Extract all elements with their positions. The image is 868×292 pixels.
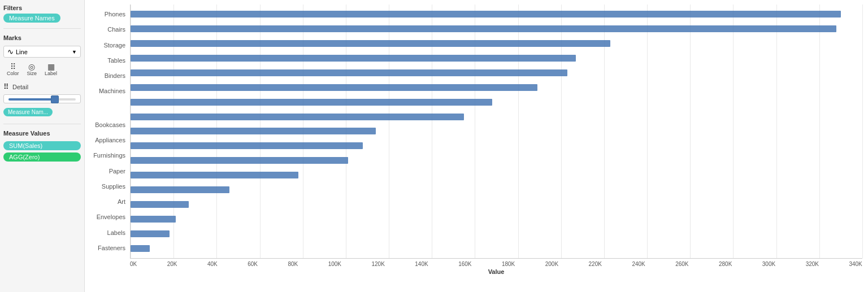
detail-icon: ⠿ — [3, 82, 9, 91]
y-label: Machines — [99, 88, 125, 94]
x-axis-label: 220K — [589, 261, 602, 267]
bar-row — [131, 97, 862, 107]
x-axis-label: 140K — [415, 261, 428, 267]
bar-row — [131, 155, 862, 165]
filters-section: Filters Measure Names — [3, 5, 81, 23]
size-icon: ◎ — [28, 63, 35, 71]
color-button[interactable]: ⠿ Color — [3, 61, 23, 78]
bar-row — [131, 229, 862, 239]
y-label: Furnishings — [93, 152, 125, 159]
marks-type-label: Line — [16, 49, 28, 55]
bar-row — [131, 170, 862, 180]
label-button[interactable]: ▦ Label — [41, 61, 60, 78]
measure-name-pill[interactable]: Measure Nam... — [3, 108, 53, 116]
chart-area: PhonesChairsStorageTablesBindersMachines… — [85, 0, 868, 292]
x-axis-label: 0K — [130, 261, 137, 267]
color-icon: ⠿ — [10, 63, 16, 71]
slider-container — [3, 94, 81, 103]
label-label: Label — [45, 71, 57, 76]
bar — [131, 245, 150, 252]
y-label: Envelopes — [97, 214, 125, 220]
color-label: Color — [7, 71, 19, 76]
bar — [131, 25, 836, 32]
dropdown-arrow-icon: ▼ — [72, 49, 77, 55]
x-axis-label: 260K — [675, 261, 688, 267]
x-axis-label: 280K — [719, 261, 732, 267]
bar-row — [131, 9, 862, 19]
bar-row — [131, 126, 862, 136]
chart-inner: PhonesChairsStorageTablesBindersMachines… — [85, 5, 862, 258]
agg-zero-pill[interactable]: AGG(Zero) — [3, 152, 81, 162]
bar — [131, 157, 348, 164]
y-label: Labels — [107, 230, 125, 236]
y-label: Phones — [105, 11, 125, 18]
bar — [131, 186, 229, 193]
grid-line — [862, 5, 863, 258]
bar-row — [131, 214, 862, 224]
x-axis-title: Value — [130, 268, 862, 275]
bar-row — [131, 53, 862, 63]
x-axis-label: 200K — [545, 261, 558, 267]
measure-names-filter-pill[interactable]: Measure Names — [3, 14, 60, 23]
x-axis-label: 320K — [806, 261, 819, 267]
bar — [131, 69, 567, 76]
marks-title: Marks — [3, 34, 81, 41]
filters-title: Filters — [3, 5, 81, 11]
bar — [131, 40, 610, 47]
x-axis-area: 0K20K40K60K80K100K120K140K160K180K200K22… — [130, 258, 862, 267]
x-axis-label: 60K — [248, 261, 258, 267]
measure-values-section: Measure Values SUM(Sales) AGG(Zero) — [3, 130, 81, 162]
detail-label: Detail — [12, 84, 28, 90]
bar-row — [131, 185, 862, 195]
bar-row — [131, 68, 862, 78]
bar — [131, 128, 376, 134]
measure-name-pill-container: Measure Nam... — [3, 108, 81, 118]
sum-sales-pill[interactable]: SUM(Sales) — [3, 141, 81, 150]
bar-row — [131, 112, 862, 122]
line-icon: ∿ — [7, 47, 14, 56]
size-button[interactable]: ◎ Size — [24, 61, 41, 78]
x-axis-label: 100K — [328, 261, 341, 267]
x-axis-label: 300K — [762, 261, 775, 267]
slider-track — [8, 98, 76, 101]
divider-1 — [3, 28, 81, 29]
bar-row — [131, 24, 862, 34]
y-label: Chairs — [107, 27, 125, 33]
bar — [131, 114, 464, 120]
bar — [131, 84, 537, 91]
x-axis-label: 40K — [207, 261, 218, 267]
bar — [131, 99, 492, 106]
bar — [131, 230, 170, 237]
y-label: Fasteners — [98, 245, 125, 251]
bar — [131, 216, 176, 223]
bar-row — [131, 141, 862, 151]
x-axis-label: 160K — [458, 261, 471, 267]
marks-icons-row: ⠿ Color ◎ Size ▦ Label — [3, 61, 81, 78]
y-label: Tables — [107, 58, 125, 64]
bar-row — [131, 243, 862, 254]
y-labels: PhonesChairsStorageTablesBindersMachines… — [85, 5, 130, 258]
left-panel: Filters Measure Names Marks ∿ Line ▼ ⠿ C… — [0, 0, 85, 292]
y-label: Appliances — [95, 137, 125, 143]
slider-thumb[interactable] — [51, 95, 59, 103]
bars-area — [130, 5, 862, 258]
bar — [131, 11, 841, 18]
y-label: Binders — [105, 73, 125, 79]
label-icon: ▦ — [47, 63, 55, 71]
y-label: Supplies — [102, 184, 125, 190]
y-label: Art — [118, 199, 125, 205]
measure-values-title: Measure Values — [3, 130, 81, 137]
bar — [131, 55, 576, 62]
divider-2 — [3, 124, 81, 124]
bar — [131, 142, 363, 149]
x-axis-label: 20K — [167, 261, 177, 267]
marks-section: Marks ∿ Line ▼ ⠿ Color ◎ Size ▦ Label ⠿ … — [3, 34, 81, 118]
y-label: Bookcases — [95, 122, 125, 128]
y-label: Paper — [109, 168, 125, 175]
bar-row — [131, 199, 862, 210]
x-axis-label: 180K — [502, 261, 515, 267]
x-axis-label: 240K — [632, 261, 645, 267]
bar — [131, 172, 298, 178]
marks-type-dropdown[interactable]: ∿ Line ▼ — [3, 46, 81, 58]
bar-row — [131, 82, 862, 93]
